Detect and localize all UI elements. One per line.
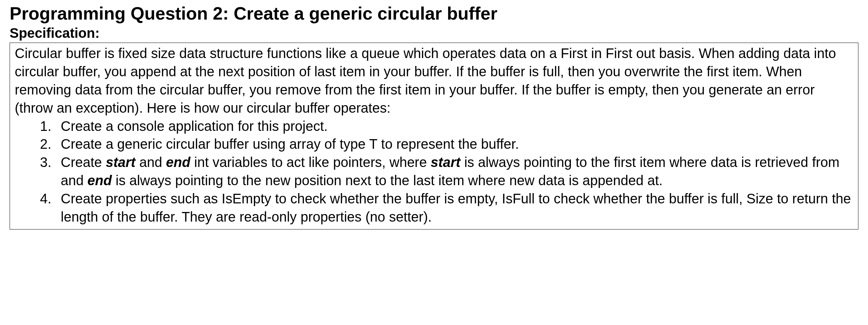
step-3-text-i: is always pointing to the new position n… [112, 173, 662, 188]
step-3-start-1: start [106, 155, 136, 170]
step-1: Create a console application for this pr… [55, 117, 853, 135]
step-3-end-1: end [166, 155, 190, 170]
intro-paragraph: Circular buffer is fixed size data struc… [15, 44, 853, 117]
specification-heading: Specification: [10, 25, 858, 41]
step-3-end-2: end [87, 173, 112, 188]
step-3-text-c: and [136, 155, 166, 170]
document-page: Programming Question 2: Create a generic… [0, 0, 868, 236]
specification-box: Circular buffer is fixed size data struc… [10, 43, 858, 229]
step-4: Create properties such as IsEmpty to che… [55, 190, 853, 226]
question-title: Programming Question 2: Create a generic… [10, 3, 858, 24]
step-3-text-a: Create [61, 155, 106, 170]
steps-list: Create a console application for this pr… [15, 117, 853, 226]
step-3-text-e: int variables to act like pointers, wher… [190, 155, 431, 170]
step-3-start-2: start [431, 155, 460, 170]
step-3: Create start and end int variables to ac… [55, 153, 853, 190]
step-2: Create a generic circular buffer using a… [55, 135, 853, 153]
